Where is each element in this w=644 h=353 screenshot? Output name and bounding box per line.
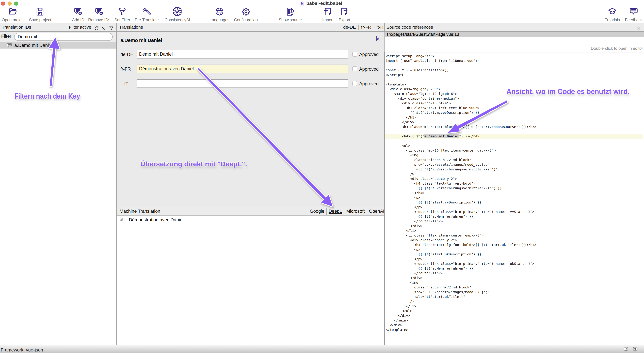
close-window-button[interactable]	[1, 2, 5, 6]
chat-wave-icon[interactable]	[624, 347, 628, 352]
source-reference-path: src/pages/start/GuestStartPage.vue:18	[386, 32, 459, 37]
filter-input[interactable]	[14, 33, 113, 41]
feedback-bubble-icon	[629, 7, 638, 16]
brain-check-icon	[173, 7, 182, 16]
gear-icon	[241, 7, 250, 16]
approved-checkbox-fr[interactable]	[352, 66, 357, 71]
translations-panel-title: Translations	[119, 23, 143, 31]
approved-label-fr: Approved	[359, 67, 379, 72]
machine-translation-body	[117, 216, 384, 345]
machine-translation-header: Machine Translation GoogleDeepLMicrosoft…	[117, 207, 384, 216]
left-panel-title: Translation IDs	[2, 23, 31, 31]
export-icon	[340, 7, 349, 16]
approved-label-it: Approved	[359, 81, 379, 87]
filter-icon[interactable]	[109, 26, 114, 31]
mt-provider-microsoft[interactable]: Microsoft	[344, 209, 367, 214]
language-tabs: de-DEfr-FRit-IT	[341, 23, 384, 31]
list-item-selected[interactable]: a.Demo mit Daniel	[0, 42, 116, 49]
mt-suggestion-row[interactable]: ⌘1 Démonstration avec Daniel	[120, 217, 184, 222]
window-title: babel-edit.babel	[306, 1, 342, 6]
left-panel-header: Translation IDs Filter active	[0, 23, 116, 32]
annotation-code-note: Ansicht, wo im Code es benutzt wird.	[506, 87, 630, 96]
filter-label: Filter:	[1, 34, 13, 39]
status-framework-label: Framework: vue-json	[1, 347, 43, 353]
toolbar-button-label: ConsistencyAI	[156, 18, 199, 22]
toolbar-button-label: Feedback	[612, 18, 644, 22]
toolbar-button-consistencyai[interactable]: ConsistencyAI	[156, 7, 199, 22]
source-hint-area: Double-click to open in editor	[385, 37, 644, 52]
approved-label-de: Approved	[359, 52, 379, 57]
language-tab-fr-FR[interactable]: fr-FR	[358, 25, 374, 30]
source-panel-title: Source code references	[386, 23, 433, 31]
toolbar-button-save-project[interactable]: Save project	[18, 7, 62, 22]
toolbar-button-label: Export	[322, 18, 366, 22]
status-bar: Framework: vue-json	[0, 345, 644, 353]
toolbar-button-label: Save project	[18, 18, 62, 22]
source-hint-text: Double-click to open in editor	[591, 46, 643, 51]
mt-provider-openai[interactable]: OpenAI	[367, 209, 384, 214]
close-source-panel-icon[interactable]	[637, 26, 641, 31]
minimize-window-button[interactable]	[8, 2, 12, 6]
floppy-icon	[36, 7, 45, 16]
language-tab-de-DE[interactable]: de-DE	[341, 25, 358, 30]
lang-label-de: de-DE	[120, 52, 134, 57]
mt-shortcut: ⌘1	[120, 218, 129, 222]
magic-wand-icon	[142, 7, 151, 16]
mt-suggestion-text: Démonstration avec Daniel	[129, 217, 184, 222]
chat-star-icon[interactable]	[633, 347, 638, 352]
folder-open-icon	[8, 7, 18, 16]
lang-label-it: it-IT	[120, 81, 128, 87]
language-tab-it-IT[interactable]: it-IT	[374, 25, 384, 30]
toolbar-button-export[interactable]: Export	[322, 7, 366, 22]
filter-active-label: Filter active	[69, 23, 91, 31]
translation-input-de[interactable]: Demo mit Daniel	[136, 50, 348, 59]
list-item-label: a.Demo mit Daniel	[14, 43, 52, 48]
toolbar-button-label: Configuration	[224, 18, 268, 22]
globe-icon	[215, 7, 224, 16]
annotation-deepl-note: Übersetzung direkt mit "DeepL".	[140, 160, 247, 168]
translation-input-fr[interactable]: Démonstration avec Daniel	[136, 65, 348, 73]
document-icon	[300, 1, 304, 6]
translation-input-it[interactable]	[136, 79, 348, 88]
comment-icon	[7, 43, 12, 48]
toolbar-button-label: Show source	[268, 18, 312, 22]
approved-checkbox-de[interactable]	[352, 52, 357, 57]
zoom-window-button[interactable]	[14, 2, 18, 6]
mt-provider-google[interactable]: Google	[308, 209, 326, 214]
machine-translation-title: Machine Translation	[120, 207, 160, 215]
filter-row: Filter:	[0, 32, 116, 42]
translation-id-title: a.Demo mit Daniel	[120, 38, 162, 43]
doc-eye-icon	[286, 7, 295, 16]
lang-label-fr: fr-FR	[120, 67, 131, 72]
toolbar-button-feedback[interactable]: Feedback	[612, 7, 644, 22]
mt-providers: GoogleDeepLMicrosoftOpenAI	[308, 207, 384, 215]
source-reference-tab[interactable]: src/pages/start/GuestStartPage.vue:18	[385, 32, 644, 37]
highlighted-translation-key: a.Demo mit Daniel	[424, 134, 459, 138]
annotation-filter-note: Filtern nach dem Key	[14, 92, 80, 100]
notes-icon[interactable]	[375, 35, 381, 42]
clear-filter-icon[interactable]	[101, 26, 105, 30]
traffic-lights	[1, 2, 21, 6]
highlighted-code-line: <h4>{{ $t("a.Demo mit Daniel") }}</h4>	[385, 134, 643, 139]
refresh-icon[interactable]	[94, 26, 99, 31]
mt-provider-deepl[interactable]: DeepL	[326, 209, 344, 214]
approved-checkbox-it[interactable]	[352, 81, 357, 86]
source-panel-header: Source code references	[385, 23, 644, 32]
toolbar-button-configuration[interactable]: Configuration	[224, 7, 268, 22]
toolbar-button-show-source[interactable]: Show source	[268, 7, 312, 22]
